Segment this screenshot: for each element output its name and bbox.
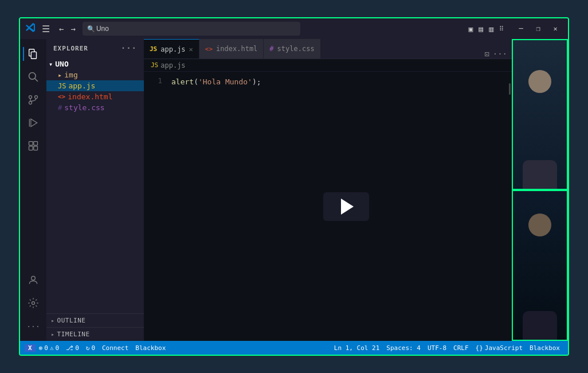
svg-marker-8 (31, 119, 37, 126)
status-blackbox-right[interactable]: Blackbox (526, 344, 563, 352)
error-count: 0 (44, 344, 48, 352)
sidebar-item-search[interactable] (23, 67, 44, 87)
sidebar-item-more[interactable]: ··· (23, 316, 44, 336)
code-line-1: alert('Hola Mundo'); (171, 76, 505, 87)
code-token-paren-open: ( (194, 77, 198, 86)
play-triangle-icon (341, 199, 354, 215)
tab-stylecss[interactable]: # style.css (264, 39, 320, 59)
search-container: 🔍 (83, 22, 300, 36)
chevron-down-icon: ▾ (49, 60, 53, 68)
grid-layout-icon[interactable]: ⠿ (498, 24, 505, 34)
outline-header[interactable]: ▸ OUTLINE (46, 314, 144, 327)
svg-rect-13 (34, 146, 38, 150)
line-number-1: 1 (146, 76, 162, 85)
blackbox-right-label: Blackbox (530, 344, 560, 352)
activity-bar: ··· (20, 39, 46, 341)
sidebar-header: Explorer ··· (46, 39, 144, 57)
position-label: Ln 1, Col 21 (334, 344, 379, 352)
tree-file-appjs[interactable]: JS app.js (46, 80, 144, 91)
warning-count: 0 (56, 344, 60, 352)
sidebar-item-run-debug[interactable] (23, 112, 44, 133)
code-token-paren-close: ); (252, 77, 261, 86)
tab-stylecss-label: style.css (277, 45, 315, 53)
status-connect[interactable]: Connect (99, 344, 132, 352)
status-bar-right: Ln 1, Col 21 Spaces: 4 UTF-8 CRLF {} Jav… (331, 344, 563, 352)
status-blackbox-left[interactable]: Blackbox (132, 344, 169, 352)
person-head-bottom (528, 213, 551, 236)
layout-toggle-icon[interactable]: ▣ (468, 24, 475, 34)
sidebar-item-settings[interactable] (23, 293, 44, 313)
status-language[interactable]: {} JavaScript (472, 344, 526, 352)
tab-indexhtml-label: index.html (216, 45, 257, 53)
editor-actions-button[interactable]: ··· (493, 49, 507, 59)
status-branch[interactable]: ⎇ 0 (62, 344, 83, 352)
minimize-button[interactable]: ─ (513, 21, 529, 37)
status-sync[interactable]: ↻ 0 (83, 344, 99, 352)
split-editor-icon[interactable]: ▥ (488, 24, 495, 34)
tab-appjs-icon: JS (150, 45, 157, 53)
video-top (512, 39, 568, 190)
folder-uno-label: UNO (55, 60, 68, 68)
tab-stylecss-icon: # (269, 45, 273, 53)
back-button[interactable]: ← (57, 23, 66, 34)
tab-appjs-close-button[interactable]: ✕ (189, 45, 193, 53)
timeline-header[interactable]: ▸ TIMELINE (46, 328, 144, 341)
window-controls: ─ ❐ ✕ (513, 21, 563, 37)
close-button[interactable]: ✕ (547, 21, 563, 37)
tab-indexhtml-icon: <> (205, 45, 213, 53)
tree-folder-uno[interactable]: ▾ UNO (46, 59, 144, 69)
chevron-right-icon: ▸ (58, 71, 62, 79)
code-token-alert: alert (171, 77, 194, 86)
play-button[interactable] (323, 192, 369, 221)
hamburger-menu-icon[interactable]: ☰ (42, 24, 50, 34)
video-bottom (512, 190, 568, 341)
sidebar-item-source-control[interactable] (23, 90, 44, 110)
status-bar-left: X ⊗ 0 ⚠ 0 ⎇ 0 ↻ 0 Connect Blackbox (25, 344, 169, 352)
svg-rect-12 (29, 146, 33, 150)
tree-file-indexhtml[interactable]: <> index.html (46, 91, 144, 102)
status-line-ending[interactable]: CRLF (450, 344, 472, 352)
svg-point-5 (35, 96, 38, 99)
error-icon: ⊗ (39, 344, 43, 352)
outline-section: ▸ OUTLINE (46, 313, 144, 327)
code-editor[interactable]: 1 alert('Hola Mundo'); (144, 72, 512, 341)
svg-rect-11 (34, 142, 38, 146)
forward-button[interactable]: → (68, 23, 77, 34)
code-token-string: 'Hola Mundo' (198, 77, 252, 86)
tree-folder-img[interactable]: ▸ img (46, 69, 144, 80)
sidebar-item-explorer[interactable] (23, 44, 44, 64)
language-label: JavaScript (485, 344, 523, 352)
sidebar-item-extensions[interactable] (23, 135, 44, 156)
sidebar: Explorer ··· ▾ UNO ▸ img JS app.js (46, 39, 144, 341)
sidebar-more-button[interactable]: ··· (121, 44, 137, 53)
svg-line-3 (35, 79, 38, 81)
panel-toggle-icon[interactable]: ▤ (477, 24, 484, 34)
breadcrumb-path: app.js (160, 61, 185, 69)
tab-appjs[interactable]: JS app.js ✕ (144, 39, 199, 59)
person-body-bottom (523, 311, 557, 340)
vscode-window: ☰ ← → 🔍 ▣ ▤ ▥ ⠿ ─ ❐ ✕ (19, 17, 569, 356)
line-numbers: 1 (144, 72, 164, 341)
restore-button[interactable]: ❐ (530, 21, 546, 37)
x-label: X (28, 344, 32, 352)
tree-file-stylecss[interactable]: # style.css (46, 102, 144, 113)
tab-indexhtml[interactable]: <> index.html (199, 39, 264, 59)
title-bar-left: ☰ (25, 22, 50, 36)
sidebar-item-account[interactable] (23, 270, 44, 290)
status-x-icon[interactable]: X (25, 344, 36, 352)
breadcrumb-file-icon: JS (151, 61, 158, 69)
status-position[interactable]: Ln 1, Col 21 (331, 344, 383, 352)
status-encoding[interactable]: UTF-8 (424, 344, 450, 352)
editor-area: ··· Explorer ··· ▾ UNO ▸ img (20, 39, 568, 341)
search-input[interactable] (83, 22, 300, 36)
connect-label: Connect (102, 344, 128, 352)
status-spaces[interactable]: Spaces: 4 (383, 344, 424, 352)
branch-icon: ⎇ (66, 344, 73, 352)
split-editor-button[interactable]: ⊡ (484, 49, 489, 59)
tab-appjs-label: app.js (160, 45, 185, 53)
vscode-logo-icon (25, 22, 36, 36)
tree-item-stylecss-label: style.css (64, 103, 104, 112)
status-errors[interactable]: ⊗ 0 ⚠ 0 (36, 344, 63, 352)
svg-point-4 (29, 96, 32, 99)
html-file-icon: <> (58, 93, 65, 100)
